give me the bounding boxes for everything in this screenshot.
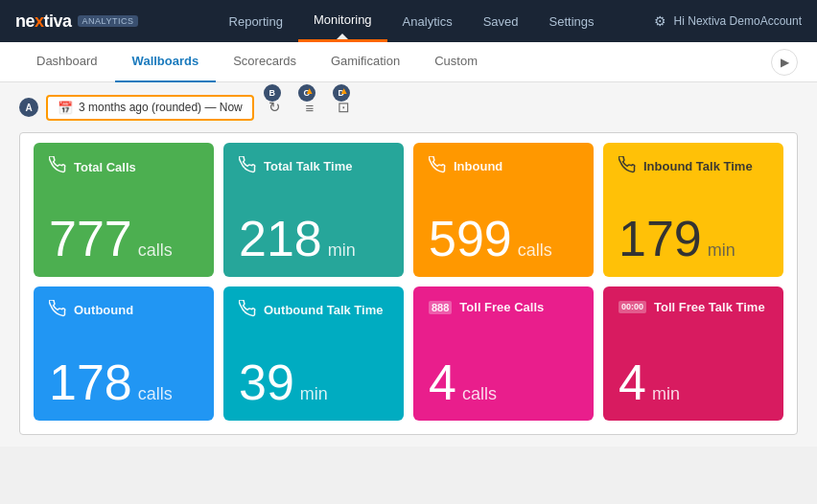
card-total-talk-time: Total Talk Time 218 min <box>223 143 404 277</box>
tab-gamification[interactable]: Gamification <box>314 42 417 82</box>
refresh-icon-area: B ↻ <box>262 94 289 121</box>
card-toll-free-talk-time-value-row: 4 min <box>619 357 768 407</box>
card-outbound-label: Outbound <box>74 303 133 317</box>
card-toll-free-talk-time-value: 4 <box>619 357 646 407</box>
toll-free-icon-1: 888 <box>429 301 452 314</box>
nav-saved[interactable]: Saved <box>468 0 534 42</box>
card-outbound-header: Outbound <box>49 300 198 320</box>
card-inbound: Inbound 599 calls <box>413 143 594 277</box>
top-nav: nextiva ANALYTICS Reporting Monitoring A… <box>0 0 817 42</box>
cards-container: Total Calls 777 calls Total Talk Time 21… <box>19 132 798 435</box>
card-inbound-label: Inbound <box>454 159 502 173</box>
nav-reporting[interactable]: Reporting <box>214 0 298 42</box>
tab-right-arrow: ▶ <box>771 49 798 76</box>
card-inbound-value-row: 599 calls <box>429 214 578 263</box>
card-outbound-talk-time-unit: min <box>300 384 328 404</box>
phone-icon-6 <box>239 300 256 320</box>
card-total-calls-unit: calls <box>138 241 173 261</box>
nav-settings[interactable]: Settings <box>534 0 610 42</box>
card-total-talk-time-value-row: 218 min <box>239 214 388 263</box>
card-toll-free-calls-value-row: 4 calls <box>429 357 578 407</box>
phone-icon-4 <box>619 156 636 176</box>
card-toll-free-calls-unit: calls <box>462 384 497 404</box>
card-outbound-talk-time-header: Outbound Talk Time <box>239 300 388 320</box>
card-outbound-value-row: 178 calls <box>49 357 198 407</box>
date-range-button[interactable]: 📅 3 months ago (rounded) — Now <box>46 95 254 121</box>
date-range-label: 3 months ago (rounded) — Now <box>79 101 243 114</box>
cards-grid: Total Calls 777 calls Total Talk Time 21… <box>34 143 783 421</box>
card-toll-free-talk-time: 00:00 Toll Free Talk Time 4 min <box>603 286 783 421</box>
card-inbound-talk-time-header: Inbound Talk Time <box>619 156 768 176</box>
card-outbound-talk-time-value: 39 <box>239 357 294 407</box>
phone-icon-3 <box>429 156 446 176</box>
calendar-icon: 📅 <box>58 101 73 115</box>
card-toll-free-talk-time-header: 00:00 Toll Free Talk Time <box>619 300 768 314</box>
card-outbound-talk-time-label: Outbound Talk Time <box>264 303 383 317</box>
nav-links: Reporting Monitoring Analytics Saved Set… <box>169 0 653 42</box>
user-label: Hi Nextiva DemoAccount <box>674 14 802 28</box>
logo-area: nextiva ANALYTICS <box>15 11 138 32</box>
layout-icon-area: C ≡ ▲ <box>296 94 323 121</box>
card-inbound-unit: calls <box>518 241 552 261</box>
card-inbound-talk-time-label: Inbound Talk Time <box>643 159 753 173</box>
card-outbound-talk-time-value-row: 39 min <box>239 357 388 407</box>
card-inbound-talk-time-value-row: 179 min <box>619 214 768 263</box>
nav-analytics[interactable]: Analytics <box>387 0 468 42</box>
card-toll-free-calls: 888 Toll Free Calls 4 calls <box>413 286 594 421</box>
card-outbound: Outbound 178 calls <box>34 286 214 421</box>
card-total-talk-time-value: 218 <box>239 214 322 263</box>
nav-right: ⚙ Hi Nextiva DemoAccount <box>654 13 802 29</box>
tab-custom[interactable]: Custom <box>417 42 495 82</box>
card-toll-free-calls-value: 4 <box>429 357 456 407</box>
logo-text: nextiva <box>15 11 72 32</box>
annotation-a: A <box>19 98 38 117</box>
card-toll-free-calls-label: Toll Free Calls <box>459 300 544 314</box>
card-total-talk-time-label: Total Talk Time <box>264 159 352 173</box>
card-inbound-talk-time: Inbound Talk Time 179 min <box>603 143 783 277</box>
card-inbound-value: 599 <box>429 214 512 263</box>
card-toll-free-talk-time-label: Toll Free Talk Time <box>654 300 765 314</box>
toolbar: A 📅 3 months ago (rounded) — Now B ↻ C ≡… <box>19 94 798 121</box>
analytics-badge: ANALYTICS <box>78 15 139 27</box>
card-total-calls: Total Calls 777 calls <box>34 143 214 277</box>
card-total-calls-value: 777 <box>49 214 132 263</box>
card-inbound-header: Inbound <box>429 156 578 176</box>
layout-icon[interactable]: ≡ <box>305 100 314 116</box>
main-content: A 📅 3 months ago (rounded) — Now B ↻ C ≡… <box>0 82 817 447</box>
card-total-calls-value-row: 777 calls <box>49 214 198 263</box>
card-total-calls-label: Total Calls <box>74 160 136 174</box>
card-total-talk-time-header: Total Talk Time <box>239 156 388 176</box>
second-nav: Dashboard Wallboards Scorecards Gamifica… <box>0 42 817 82</box>
card-outbound-value: 178 <box>49 357 132 407</box>
tab-scorecards[interactable]: Scorecards <box>216 42 314 82</box>
toll-free-icon-2: 00:00 <box>619 301 646 314</box>
card-inbound-talk-time-unit: min <box>708 241 735 261</box>
arrow-up-c: ▲ <box>305 85 315 96</box>
card-inbound-talk-time-value: 179 <box>619 214 702 263</box>
card-toll-free-calls-header: 888 Toll Free Calls <box>429 300 578 314</box>
nav-monitoring[interactable]: Monitoring <box>298 0 387 42</box>
fullscreen-icon-area: D ⊡ ▲ <box>331 94 358 121</box>
arrow-up-d: ▲ <box>339 85 349 96</box>
card-outbound-unit: calls <box>138 384 173 404</box>
card-total-talk-time-unit: min <box>328 241 356 261</box>
next-tab-button[interactable]: ▶ <box>771 49 798 76</box>
card-toll-free-talk-time-unit: min <box>652 384 680 404</box>
phone-icon-1 <box>49 156 66 177</box>
gear-icon[interactable]: ⚙ <box>654 13 666 29</box>
phone-icon-2 <box>239 156 256 176</box>
annotation-b: B <box>264 84 281 102</box>
tab-dashboard[interactable]: Dashboard <box>19 42 115 82</box>
card-total-calls-header: Total Calls <box>49 156 198 177</box>
tab-wallboards[interactable]: Wallboards <box>115 42 217 82</box>
card-outbound-talk-time: Outbound Talk Time 39 min <box>223 286 404 421</box>
phone-icon-5 <box>49 300 66 320</box>
